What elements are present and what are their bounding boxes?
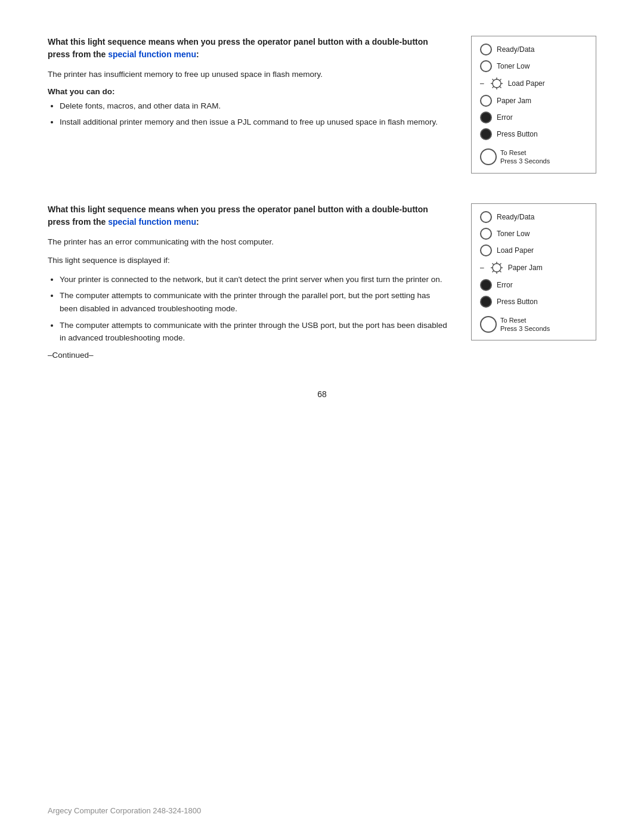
reset-row-2: To Reset Press 3 Seconds [480, 316, 587, 333]
label-error2: Error [497, 281, 513, 289]
svg-line-8 [492, 86, 494, 88]
led-toner [480, 60, 492, 72]
heading-link-1: special function menu [108, 49, 196, 59]
svg-line-5 [492, 79, 494, 81]
label-error: Error [497, 113, 513, 122]
led-ready2 [480, 211, 492, 223]
light-row-toner: Toner Low [480, 60, 587, 72]
light-row-paperjam2: – Paper [480, 261, 587, 274]
section-2-body2: This light sequence is displayed if: [48, 254, 447, 267]
led-pressbutton [480, 128, 492, 140]
label-loadpaper: Load Paper [508, 79, 545, 88]
diagram-box-2: Ready/Data Toner Low Load Paper – [471, 203, 596, 341]
led-loadpaper [490, 77, 503, 90]
light-row-pressbutton2: Press Button [480, 296, 587, 308]
label-pressbutton2: Press Button [497, 298, 538, 306]
svg-line-17 [492, 270, 494, 272]
section-2-body1: The printer has an error communicating w… [48, 236, 447, 249]
section-1-text: What this light sequence means when you … [48, 36, 471, 174]
led-error2 [480, 279, 492, 291]
label-ready: Ready/Data [497, 45, 534, 54]
led-error [480, 112, 492, 123]
light-row-pressbutton: Press Button [480, 128, 587, 140]
svg-line-7 [499, 79, 501, 81]
section-2-bullets: Your printer is connected to the network… [60, 273, 447, 345]
label-loadpaper2: Load Paper [497, 246, 534, 255]
label-toner2: Toner Low [497, 230, 530, 238]
bullet-item: Delete fonts, macros, and other data in … [60, 100, 447, 113]
section-2-heading: What this light sequence means when you … [48, 203, 447, 228]
label-paperjam2: Paper Jam [508, 264, 543, 272]
section-1: What this light sequence means when you … [48, 36, 596, 174]
reset-row-1: To Reset Press 3 Seconds [480, 148, 587, 166]
label-pressbutton: Press Button [497, 130, 538, 138]
heading2-text-2: : [196, 217, 199, 227]
heading2-link: special function menu [108, 217, 196, 227]
led-loadpaper2 [480, 244, 492, 256]
section-1-heading: What this light sequence means when you … [48, 36, 447, 61]
footer: Argecy Computer Corporation 248-324-1800 [48, 806, 201, 815]
svg-line-15 [499, 270, 501, 272]
heading-text-1: What this light sequence means when you … [48, 37, 428, 59]
reset-circle-1 [480, 148, 497, 165]
heading-text-2: : [196, 49, 199, 59]
section-1-diagram: Ready/Data Toner Low – [471, 36, 596, 174]
section-1-bullets: Delete fonts, macros, and other data in … [60, 100, 447, 129]
heading2-text-1: What this light sequence means when you … [48, 205, 428, 227]
light-row-toner2: Toner Low [480, 228, 587, 240]
light-row-paperjam: Paper Jam [480, 95, 587, 107]
led-pressbutton2 [480, 296, 492, 308]
section-2-text: What this light sequence means when you … [48, 203, 471, 360]
bullet-item: Your printer is connected to the network… [60, 273, 447, 286]
bullet-item: The computer attempts to communicate wit… [60, 289, 447, 315]
light-row-loadpaper2: Load Paper [480, 244, 587, 256]
diagram-box-1: Ready/Data Toner Low – [471, 36, 596, 174]
led-paperjam [480, 95, 492, 107]
page-number: 68 [48, 389, 596, 399]
page: What this light sequence means when you … [0, 0, 644, 833]
reset-circle-2 [480, 316, 497, 333]
dash-paperjam: – [480, 264, 484, 272]
light-row-error2: Error [480, 279, 587, 291]
svg-line-6 [499, 86, 501, 88]
light-row-error: Error [480, 112, 587, 123]
label-toner: Toner Low [497, 62, 530, 70]
reset-text-2: To Reset Press 3 Seconds [500, 316, 550, 333]
continued-text: –Continued– [48, 351, 447, 360]
led-paperjam2 [490, 261, 503, 274]
dash-load: – [480, 79, 484, 88]
bullet-item: The computer attempts to communicate wit… [60, 319, 447, 345]
light-row-ready: Ready/Data [480, 44, 587, 55]
svg-line-16 [499, 263, 501, 265]
section-2: What this light sequence means when you … [48, 203, 596, 360]
label-paperjam: Paper Jam [497, 97, 531, 105]
section-2-diagram: Ready/Data Toner Low Load Paper – [471, 203, 596, 360]
svg-line-14 [492, 263, 494, 265]
light-row-ready2: Ready/Data [480, 211, 587, 223]
light-row-loadpaper: – Load [480, 77, 587, 90]
reset-text-1: To Reset Press 3 Seconds [500, 148, 550, 166]
bullet-item: Install additional printer memory and th… [60, 116, 447, 129]
section-1-body1: The printer has insufficient memory to f… [48, 68, 447, 81]
label-ready2: Ready/Data [497, 213, 534, 221]
section-1-subheading: What you can do: [48, 87, 447, 96]
led-toner2 [480, 228, 492, 240]
led-ready [480, 44, 492, 55]
